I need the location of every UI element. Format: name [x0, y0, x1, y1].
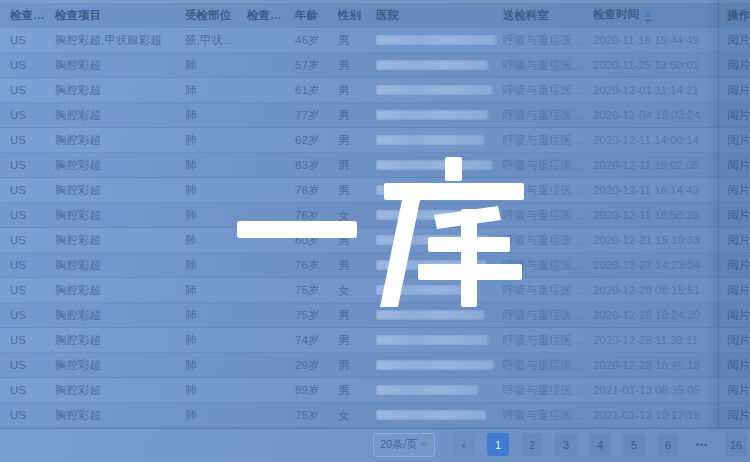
cell-action: 阅片 [727, 33, 750, 48]
table-row: US胸腔彩超肺75岁女呼吸与重症医...2020-12-28 08:15:51阅… [0, 278, 750, 303]
table-row: US胸腔彩超肺76岁男呼吸与重症医...2020-12-27 14:23:04阅… [0, 253, 750, 278]
view-film-link[interactable]: 阅片 [727, 409, 750, 421]
view-film-link[interactable]: 阅片 [727, 209, 750, 221]
page-button[interactable]: 2 [521, 433, 543, 456]
page-size-select[interactable]: 20条/页 [373, 433, 435, 457]
cell-dept: 呼吸与重症医... [503, 333, 593, 348]
cell-exam-time: 2021-01-13 08:35:05 [593, 384, 727, 396]
page-ellipsis[interactable]: ••• [691, 433, 713, 456]
cell-exam-time: 2020-11-25 13:50:01 [593, 59, 727, 71]
cell-gender: 女 [338, 208, 376, 223]
view-film-link[interactable]: 阅片 [727, 59, 750, 71]
cell-gender: 男 [338, 158, 376, 173]
view-film-link[interactable]: 阅片 [727, 384, 750, 396]
cell-exam-time: 2020-12-11 14:00:14 [593, 134, 727, 146]
cell-dept: 呼吸与重症医... [503, 58, 593, 73]
cell-dept: 呼吸与重症医... [503, 158, 593, 173]
chevron-down-icon [420, 442, 428, 447]
cell-exam-item: 胸腔彩超 [55, 208, 185, 223]
cell-age: 75岁 [295, 283, 338, 298]
column-header-gender: 性别 [338, 8, 376, 23]
cell-hospital [376, 160, 503, 170]
cell-exam-time: 2020-12-04 19:03:24 [593, 109, 727, 121]
cell-body-part: 肺 [185, 83, 247, 98]
page-button[interactable]: 4 [589, 433, 611, 456]
page-button[interactable]: 5 [623, 433, 645, 456]
table-row: US胸腔彩超肺62岁男呼吸与重症医...2020-12-11 14:00:14阅… [0, 128, 750, 153]
column-header-exam-method: 检查方法 [247, 8, 295, 23]
hospital-redacted-blur [376, 60, 488, 70]
prev-page-button[interactable]: ‹ [453, 433, 475, 456]
cell-hospital [376, 410, 503, 420]
table-body: US胸腔彩超,甲状腺彩超颈,甲状...46岁男呼吸与重症医...2020-11-… [0, 28, 750, 428]
cell-age: 46岁 [295, 33, 338, 48]
view-film-link[interactable]: 阅片 [727, 334, 750, 346]
page-button[interactable]: 3 [555, 433, 577, 456]
cell-exam-time: 2020-12-28 08:15:51 [593, 284, 727, 296]
page-button[interactable]: 1 [487, 433, 509, 456]
cell-exam-time: 2020-12-11 16:14:49 [593, 184, 727, 196]
cell-dept: 呼吸与重症医... [503, 408, 593, 423]
cell-body-part: 肺 [185, 258, 247, 273]
cell-age: 83岁 [295, 158, 338, 173]
page-buttons: 123456•••16 [487, 433, 747, 456]
cell-age: 61岁 [295, 83, 338, 98]
cell-action: 阅片 [727, 83, 750, 98]
column-header-dept: 送检科室 [503, 8, 593, 23]
view-film-link[interactable]: 阅片 [727, 134, 750, 146]
cell-exam-item: 胸腔彩超 [55, 408, 185, 423]
pagination: 20条/页 ‹ 123456•••16 [373, 433, 747, 456]
cell-exam-type: US [10, 159, 55, 171]
cell-action: 阅片 [727, 58, 750, 73]
cell-body-part: 肺 [185, 333, 247, 348]
view-film-link[interactable]: 阅片 [727, 109, 750, 121]
cell-hospital [376, 135, 503, 145]
cell-gender: 女 [338, 283, 376, 298]
page-button[interactable]: 6 [657, 433, 679, 456]
exam-list-screen: 检查类型 检查项目 受检部位 检查方法 年龄 性别 医院 送检科室 检查时间 操… [0, 0, 750, 462]
cell-dept: 呼吸与重症医... [503, 233, 593, 248]
view-film-link[interactable]: 阅片 [727, 34, 750, 46]
view-film-link[interactable]: 阅片 [727, 309, 750, 321]
hospital-redacted-blur [376, 210, 480, 220]
cell-dept: 呼吸与重症医... [503, 258, 593, 273]
view-film-link[interactable]: 阅片 [727, 84, 750, 96]
cell-age: 75岁 [295, 308, 338, 323]
cell-exam-type: US [10, 384, 55, 396]
cell-exam-time: 2020-12-28 16:45:18 [593, 359, 727, 371]
cell-gender: 男 [338, 383, 376, 398]
view-film-link[interactable]: 阅片 [727, 159, 750, 171]
view-film-link[interactable]: 阅片 [727, 284, 750, 296]
cell-body-part: 肺 [185, 233, 247, 248]
cell-action: 阅片 [727, 183, 750, 198]
cell-body-part: 肺 [185, 383, 247, 398]
hospital-redacted-blur [376, 410, 486, 420]
table-row: US胸腔彩超肺75岁男呼吸与重症医...2020-12-28 10:24:30阅… [0, 303, 750, 328]
hospital-redacted-blur [376, 235, 488, 245]
cell-exam-time: 2020-12-21 15:10:33 [593, 234, 727, 246]
cell-hospital [376, 210, 503, 220]
cell-gender: 男 [338, 33, 376, 48]
cell-action: 阅片 [727, 333, 750, 348]
hospital-redacted-blur [376, 260, 486, 270]
table-row: US胸腔彩超肺74岁男呼吸与重症医...2020-12-28 11:38:11阅… [0, 328, 750, 353]
column-header-action: 操作 [727, 8, 750, 23]
cell-age: 77岁 [295, 108, 338, 123]
view-film-link[interactable]: 阅片 [727, 259, 750, 271]
cell-exam-time: 2020-12-28 11:38:11 [593, 334, 727, 346]
cell-age: 78岁 [295, 183, 338, 198]
view-film-link[interactable]: 阅片 [727, 234, 750, 246]
cell-hospital [376, 185, 503, 195]
cell-action: 阅片 [727, 258, 750, 273]
view-film-link[interactable]: 阅片 [727, 359, 750, 371]
cell-exam-time: 2020-12-01 11:14:21 [593, 84, 727, 96]
sort-icon[interactable] [644, 12, 652, 24]
cell-hospital [376, 385, 503, 395]
cell-hospital [376, 335, 503, 345]
view-film-link[interactable]: 阅片 [727, 184, 750, 196]
hospital-redacted-blur [376, 35, 496, 45]
cell-age: 75岁 [295, 408, 338, 423]
column-header-hospital: 医院 [376, 8, 503, 23]
page-button[interactable]: 16 [725, 433, 747, 456]
cell-dept: 呼吸与重症医... [503, 83, 593, 98]
